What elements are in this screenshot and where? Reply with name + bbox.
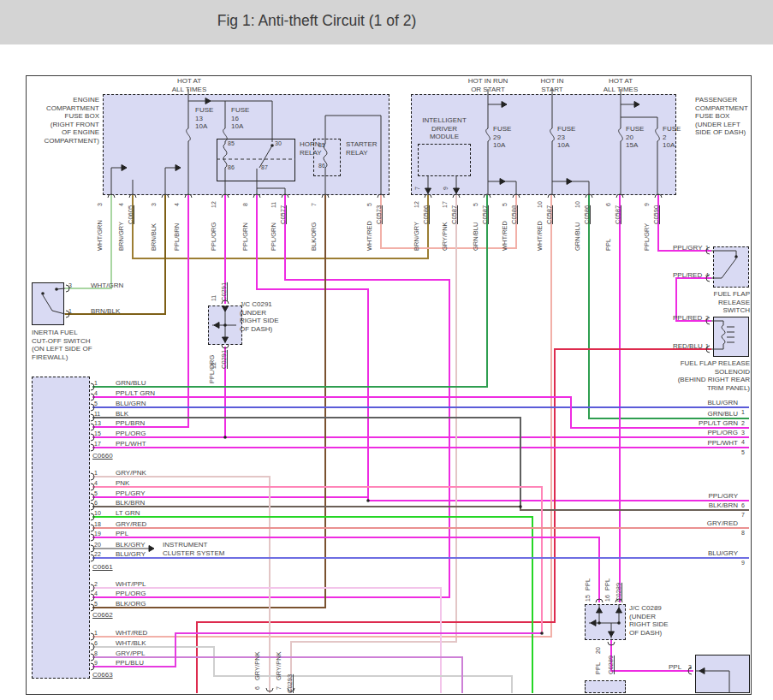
text-ppl-red: PPL/RED bbox=[673, 314, 702, 323]
vertical-label-c0587: C0587 bbox=[481, 205, 489, 224]
passenger-fuse-box-label: PASSENGER COMPARTMENT FUSE BOX (UNDER LE… bbox=[695, 96, 748, 137]
left-module-box bbox=[32, 377, 90, 679]
pin-number: 2 bbox=[741, 419, 745, 428]
wire-name-label: BLK/GRY bbox=[116, 541, 146, 549]
vertical-label-wht-red: WHT/RED bbox=[501, 221, 508, 251]
vertical-label-gry-pnk: GRY/PNK bbox=[275, 651, 282, 680]
vertical-label-c0293: C0293 bbox=[286, 674, 294, 693]
text-3: 3 bbox=[68, 282, 72, 290]
hot-in-run-or-start-label: HOT IN RUN OR START bbox=[462, 77, 514, 93]
pin-number: 5 bbox=[94, 489, 98, 498]
pin-number: 8 bbox=[94, 650, 98, 658]
vertical-label-9: 9 bbox=[442, 187, 449, 190]
bottom-dashed-fragment-box bbox=[585, 680, 626, 693]
engine-fuse-box-label: ENGINE COMPARTMENT FUSE BOX (RIGHT FRONT… bbox=[34, 96, 99, 145]
wire-name-label: PPL/ORG bbox=[116, 430, 146, 438]
text-brn-blk: BRN/BLK bbox=[91, 307, 120, 316]
fuel-flap-solenoid-label: FUEL FLAP RELEASE SOLENOID (BEHIND RIGHT… bbox=[664, 359, 750, 392]
fuel-flap-release-switch-box bbox=[713, 246, 749, 288]
wire-name-label: PPL bbox=[116, 530, 128, 538]
text-1: 1 bbox=[68, 307, 72, 316]
inertia-switch-label: INERTIA FUEL CUT-OFF SWITCH (ON LEFT SID… bbox=[32, 329, 92, 361]
vertical-label-17: 17 bbox=[441, 201, 449, 208]
vertical-label-11: 11 bbox=[270, 202, 277, 208]
pin-number: 19 bbox=[94, 530, 101, 538]
hot-in-start-label: HOT IN START bbox=[526, 77, 578, 93]
wire-name-label: GRY/RED bbox=[116, 520, 146, 529]
pin-number: 4 bbox=[94, 389, 98, 398]
pin-number: 6 bbox=[94, 639, 98, 648]
vertical-label-ppl-grn: PPL/GRN bbox=[241, 222, 249, 251]
text-1: 1 bbox=[705, 342, 709, 351]
text-red-blu: RED/BLU bbox=[673, 342, 703, 351]
vertical-label-brn-blk: BRN/BLK bbox=[150, 223, 158, 251]
wire-name-label: GRN/BLU bbox=[116, 379, 146, 388]
vertical-label-blk-org: BLK/ORG bbox=[310, 222, 318, 251]
vertical-label-gry-pnk: GRY/PNK bbox=[441, 222, 449, 251]
connector-c0660-label: C0660 bbox=[92, 452, 113, 460]
vertical-label-gry-pnk: GRY/PNK bbox=[253, 651, 261, 680]
vertical-label-ppl-grn: PPL/GRN bbox=[270, 222, 277, 251]
vertical-label-ppl: PPL bbox=[604, 578, 611, 590]
wire-name-label: LT GRN bbox=[116, 509, 140, 518]
vertical-label-5: 5 bbox=[501, 203, 508, 206]
page-title: Fig 1: Anti-theft Circuit (1 of 2) bbox=[0, 12, 633, 30]
text-86: 86 bbox=[318, 162, 325, 170]
vertical-label-c0605: C0605 bbox=[127, 205, 134, 224]
fuse-16-label: FUSE 16 10A bbox=[231, 106, 249, 131]
vertical-label-wht-grn: WHT/GRN bbox=[96, 220, 104, 251]
text-4: 4 bbox=[705, 271, 709, 280]
jc-c0291-box bbox=[208, 306, 242, 345]
starter-relay-label: STARTER RELAY bbox=[346, 140, 378, 157]
text-85: 85 bbox=[228, 139, 235, 148]
vertical-label-4: 4 bbox=[117, 203, 125, 206]
vertical-label-c0586: C0586 bbox=[422, 205, 430, 224]
vertical-label-ppl: PPL bbox=[594, 662, 602, 674]
wire-name-label: BLU/GRY bbox=[116, 550, 146, 559]
vertical-label-10: 10 bbox=[574, 201, 581, 208]
vertical-label-ppl-org: PPL/ORG bbox=[208, 355, 216, 383]
vertical-label-12: 12 bbox=[413, 201, 420, 208]
vertical-label-8: 8 bbox=[241, 203, 249, 206]
connector-c0663-label: C0663 bbox=[92, 671, 113, 679]
wire-name-label: PPL/WHT bbox=[669, 439, 738, 448]
vertical-label-5: 5 bbox=[366, 203, 373, 206]
wire-name-label: GRY/PPL bbox=[116, 650, 146, 658]
vertical-label-c0588: C0588 bbox=[510, 205, 518, 224]
vertical-label-wht-red: WHT/RED bbox=[366, 221, 373, 251]
pin-number: 9 bbox=[741, 559, 745, 567]
pin-number: 5 bbox=[741, 448, 745, 457]
vertical-label-7: 7 bbox=[275, 686, 282, 690]
pin-number: 9 bbox=[94, 659, 98, 667]
vertical-label-c0291: C0291 bbox=[220, 282, 228, 301]
pin-number: 7 bbox=[741, 511, 745, 519]
wire-name-label: PPL/LT GRN bbox=[116, 389, 155, 398]
pin-number: 4 bbox=[94, 590, 98, 598]
vertical-label-3: 3 bbox=[150, 203, 158, 206]
vertical-label-c0590: C0590 bbox=[652, 205, 660, 224]
text-1: 1 bbox=[705, 244, 709, 252]
vertical-label-ppl: PPL bbox=[604, 239, 612, 251]
vertical-label-10: 10 bbox=[536, 201, 544, 208]
wire-name-label: PPL/BLU bbox=[116, 659, 144, 667]
connector-c0662-label: C0662 bbox=[92, 611, 113, 620]
text-87: 87 bbox=[261, 163, 268, 172]
vertical-label-c0586: C0586 bbox=[583, 205, 591, 224]
vertical-label-ppl-gry: PPL/GRY bbox=[643, 223, 651, 251]
wire-name-label: PPL/LT GRN bbox=[669, 419, 738, 428]
vertical-label-ppl: PPL bbox=[584, 578, 592, 590]
wire-name-label: BLK/BRN bbox=[116, 499, 145, 507]
pin-number: 4 bbox=[94, 479, 98, 488]
bottom-right-module-box bbox=[695, 655, 750, 693]
vertical-label-11: 11 bbox=[210, 295, 217, 301]
pin-number: 5 bbox=[94, 600, 98, 608]
vertical-label-c0587: C0587 bbox=[450, 205, 458, 224]
pin-number: 10 bbox=[94, 509, 101, 518]
wire-name-label: PPL/ORG bbox=[116, 590, 146, 598]
vertical-label-3: 3 bbox=[96, 203, 104, 206]
text-86: 86 bbox=[228, 163, 235, 172]
jc-c0289-box bbox=[585, 604, 626, 640]
vertical-label-brn-gry: BRN/GRY bbox=[117, 222, 125, 251]
text-ppl: PPL bbox=[669, 663, 681, 672]
vertical-label-9: 9 bbox=[643, 203, 651, 206]
